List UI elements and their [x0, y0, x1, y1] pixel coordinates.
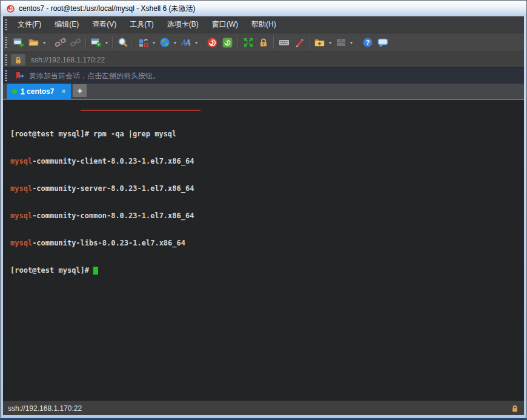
- menu-edit[interactable]: 编辑(E): [48, 17, 85, 32]
- reconnect-icon[interactable]: [68, 35, 83, 50]
- svg-text:?: ?: [365, 39, 370, 46]
- info-message: 要添加当前会话，点击左侧的箭头按钮。: [29, 71, 160, 81]
- tile-windows-caret[interactable]: ▾: [348, 40, 354, 45]
- tab-index: 1: [21, 87, 25, 96]
- new-session-folder-icon[interactable]: [312, 35, 327, 50]
- toolbar-separator: [85, 36, 86, 48]
- toolbar-separator: [309, 36, 310, 48]
- grep-match: mysql: [10, 184, 32, 193]
- infobar-grip[interactable]: [5, 70, 7, 81]
- toolbar-separator: [50, 36, 50, 48]
- package-name: -community-client-8.0.23-1.el7.x86_64: [32, 157, 194, 165]
- package-name: -community-server-8.0.23-1.el7.x86_64: [32, 184, 194, 193]
- lock-screen-icon[interactable]: [256, 35, 271, 50]
- status-bar: ssh://192.168.1.170:22: [3, 401, 524, 415]
- annotation-underline: [81, 110, 201, 111]
- title-bar: centos7 - root@test:/usr/local/mysql - X…: [1, 1, 526, 16]
- add-session-arrow-icon[interactable]: [15, 72, 25, 81]
- svg-text:A: A: [185, 38, 191, 47]
- window-frame-bottom: [1, 415, 526, 418]
- compose-bar-icon[interactable]: [136, 35, 151, 50]
- toolbar-separator: [273, 36, 274, 48]
- open-session-caret[interactable]: ▾: [41, 40, 47, 45]
- tab-close-icon[interactable]: ×: [61, 87, 65, 96]
- status-url: ssh://192.168.1.170:22: [8, 404, 82, 413]
- toolbar-separator: [237, 36, 238, 48]
- menu-help[interactable]: 帮助(H): [245, 17, 283, 32]
- toolbar-separator: [202, 36, 202, 48]
- menu-bar: 文件(F) 编辑(E) 查看(V) 工具(T) 选项卡(B) 窗口(W) 帮助(…: [3, 16, 524, 33]
- toolbar-grip[interactable]: [5, 37, 7, 48]
- open-session-icon[interactable]: [26, 35, 41, 50]
- font-caret[interactable]: ▾: [193, 40, 199, 45]
- address-lock-icon: [11, 54, 25, 65]
- feedback-icon[interactable]: [375, 35, 390, 50]
- tile-windows-icon[interactable]: [333, 35, 348, 50]
- prompt: [root@test mysql]#: [10, 266, 89, 275]
- help-icon[interactable]: ?: [360, 35, 375, 50]
- status-lock-icon: [511, 404, 519, 413]
- grep-match: mysql: [10, 239, 32, 247]
- terminal[interactable]: [root@test mysql]#rpm -qa |grep mysql my…: [3, 100, 524, 401]
- command: rpm -qa |grep mysql: [93, 130, 176, 138]
- find-icon[interactable]: [115, 35, 130, 50]
- fullscreen-icon[interactable]: [240, 35, 256, 50]
- connected-indicator-icon: [12, 89, 17, 94]
- terminal-line: mysql-community-libs-8.0.23-1.el7.x86_64: [10, 239, 524, 248]
- tab-label: 1 centos7: [21, 87, 54, 96]
- new-session-icon[interactable]: [11, 35, 26, 50]
- terminal-line: mysql-community-common-8.0.23-1.el7.x86_…: [10, 212, 524, 221]
- xshell-icon[interactable]: [205, 35, 220, 50]
- xshell-window: centos7 - root@test:/usr/local/mysql - X…: [0, 0, 527, 420]
- web-browser-caret[interactable]: ▾: [172, 40, 178, 45]
- new-session-folder-caret[interactable]: ▾: [327, 40, 333, 45]
- new-tab-button[interactable]: +: [73, 84, 87, 97]
- menu-view[interactable]: 查看(V): [85, 17, 123, 32]
- tab-centos7[interactable]: 1 centos7 ×: [7, 84, 71, 99]
- grep-match: mysql: [10, 212, 32, 220]
- grep-match: mysql: [10, 157, 32, 165]
- package-name: -community-libs-8.0.23-1.el7.x86_64: [32, 239, 185, 247]
- terminal-cursor: [93, 267, 98, 275]
- menubar-grip[interactable]: [5, 19, 7, 30]
- web-browser-icon[interactable]: [157, 35, 172, 50]
- toolbar-separator: [357, 36, 357, 48]
- terminal-line: [root@test mysql]#rpm -qa |grep mysql: [10, 130, 524, 139]
- window-title: centos7 - root@test:/usr/local/mysql - X…: [19, 4, 196, 14]
- addressbar-grip[interactable]: [5, 55, 7, 65]
- xftp-icon[interactable]: [220, 35, 235, 50]
- tab-name: centos7: [27, 87, 54, 96]
- address-bar[interactable]: ssh://192.168.1.170:22: [3, 52, 524, 67]
- session-properties-icon[interactable]: [88, 35, 104, 50]
- terminal-line: [root@test mysql]#: [10, 266, 524, 275]
- menu-tools[interactable]: 工具(T): [123, 17, 160, 32]
- menu-file[interactable]: 文件(F): [11, 17, 48, 32]
- disconnect-icon[interactable]: [53, 35, 68, 50]
- menu-window[interactable]: 窗口(W): [205, 17, 245, 32]
- toolbar: ▾ ▾ ▾ ▾: [3, 33, 524, 52]
- prompt: [root@test mysql]#: [10, 130, 89, 138]
- address-url: ssh://192.168.1.170:22: [31, 56, 105, 64]
- compose-bar-caret[interactable]: ▾: [151, 40, 157, 45]
- xshell-logo-icon: [6, 4, 15, 13]
- session-properties-caret[interactable]: ▾: [104, 40, 110, 45]
- font-icon[interactable]: AA: [178, 35, 193, 50]
- highlight-pen-icon[interactable]: [291, 35, 307, 50]
- menu-tabs[interactable]: 选项卡(B): [161, 17, 205, 32]
- info-bar: 要添加当前会话，点击左侧的箭头按钮。: [3, 67, 524, 84]
- tab-bar: 1 centos7 × +: [3, 84, 524, 100]
- virtual-keyboard-icon[interactable]: [276, 35, 291, 50]
- toolbar-separator: [112, 36, 113, 48]
- app-area: 文件(F) 编辑(E) 查看(V) 工具(T) 选项卡(B) 窗口(W) 帮助(…: [3, 16, 524, 415]
- package-name: -community-common-8.0.23-1.el7.x86_64: [32, 212, 194, 220]
- terminal-line: mysql-community-server-8.0.23-1.el7.x86_…: [10, 184, 524, 193]
- terminal-line: mysql-community-client-8.0.23-1.el7.x86_…: [10, 157, 524, 166]
- toolbar-separator: [133, 36, 133, 48]
